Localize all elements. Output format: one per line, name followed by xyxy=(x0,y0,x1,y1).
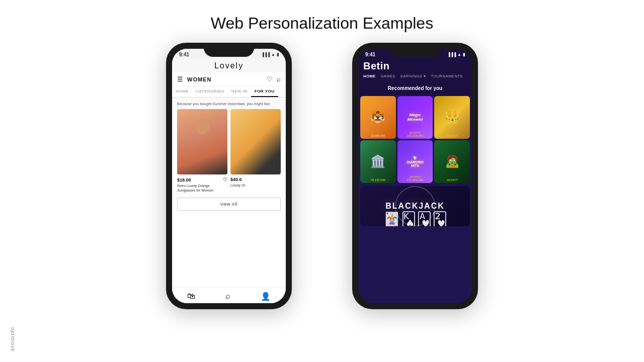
signal-icon: ▐▐▐ xyxy=(447,52,456,57)
search-icon[interactable]: ⌕ xyxy=(277,75,281,83)
egy-jackpot: JACKPOT xyxy=(434,134,470,137)
cards-display: 🃏🂮🂱🂲 xyxy=(382,211,448,226)
hamburger-icon[interactable]: ☰ xyxy=(177,75,183,83)
menu-tournaments[interactable]: TOURNAMENTS xyxy=(431,74,462,78)
menu-earnings[interactable]: EARNINGS xyxy=(400,74,426,78)
lovely-section-title: WOMEN xyxy=(187,76,211,82)
blackjack-section[interactable]: BLACKJACK 🃏🂮🂱🂲 xyxy=(360,186,470,226)
profile-icon[interactable]: 👤 xyxy=(261,292,271,301)
battery-icon: ▮ xyxy=(277,52,279,57)
battery-icon: ▮ xyxy=(463,52,465,57)
wishlist-icon[interactable]: ♡ xyxy=(267,75,273,83)
product-2-price: $40.0 xyxy=(230,177,281,182)
wifi-icon: ▲ xyxy=(271,52,275,57)
ali-jackpot: JACKPOT xyxy=(434,178,470,182)
game-magic-moment[interactable]: MagicMoment JACKPOT 160,236,000 xyxy=(397,96,433,139)
betin-logo: Betin xyxy=(363,60,467,72)
game-lucky-cat[interactable]: 🐯 23,980,000 xyxy=(360,96,396,139)
product-1-price: $18.00 ♡ xyxy=(177,177,227,183)
lovely-content: Because you bought Summer essentials, yo… xyxy=(172,98,286,287)
lovely-tabs: HOME CATEGORIES NEW IN FOR YOU xyxy=(172,86,286,98)
maya-jackpot: 78,140,000 xyxy=(360,178,396,182)
product-1-image xyxy=(177,109,227,174)
product-1[interactable]: $18.00 ♡ Retro Lovely Orange Sunglasses … xyxy=(177,109,227,193)
lovely-time: 9:41 xyxy=(179,52,189,57)
tab-categories[interactable]: CATEGORIES xyxy=(192,86,228,97)
egy-emoji: 👑 xyxy=(445,110,460,124)
tab-for-you[interactable]: FOR YOU xyxy=(251,86,278,97)
lovely-logo: Lovely xyxy=(172,58,286,72)
phone-lovely: 9:41 ▐▐▐ ▲ ▮ Lovely ☰ WOMEN xyxy=(166,43,292,309)
bag-icon[interactable]: 🛍 xyxy=(187,292,195,301)
betin-content: 🐯 23,980,000 MagicMoment J xyxy=(358,96,472,303)
signal-icon: ▐▐▐ xyxy=(261,52,270,57)
lucky-cat-jackpot: 23,980,000 xyxy=(360,134,396,137)
diamond-hits-text: 💎DIAMONDHITS xyxy=(407,156,423,167)
phones-container: 9:41 ▐▐▐ ▲ ▮ Lovely ☰ WOMEN xyxy=(0,43,644,309)
lovely-bottom-nav: 🛍 ⌕ 👤 xyxy=(172,287,286,303)
tab-new-in[interactable]: NEW IN xyxy=(228,86,251,97)
game-diamond-hits[interactable]: 💎DIAMONDHITS JACKPOT 120,880,000 xyxy=(397,140,433,183)
blackjack-title: BLACKJACK xyxy=(385,202,445,211)
search-bottom-icon[interactable]: ⌕ xyxy=(225,292,230,301)
page-title: Web Personalization Examples xyxy=(0,14,644,33)
diamond-jackpot: JACKPOT 120,880,000 xyxy=(397,175,433,182)
betin-nav-menu: HOME GAMES EARNINGS TOURNAMENTS xyxy=(363,74,467,78)
recommendation-text: Because you bought Summer essentials, yo… xyxy=(172,98,286,109)
games-grid: 🐯 23,980,000 MagicMoment J xyxy=(358,96,472,183)
betin-status-icons: ▐▐▐ ▲ ▮ xyxy=(447,52,465,57)
betin-status-bar: 9:41 ▐▐▐ ▲ ▮ xyxy=(358,49,472,58)
betin-screen: 9:41 ▐▐▐ ▲ ▮ Betin HOME GAMES EARNINGS T… xyxy=(358,49,472,303)
phone-betin: 9:41 ▐▐▐ ▲ ▮ Betin HOME GAMES EARNINGS T… xyxy=(352,43,478,309)
product-1-silhouette xyxy=(177,109,227,174)
betin-header: Betin HOME GAMES EARNINGS TOURNAMENTS xyxy=(358,58,472,81)
products-list: $18.00 ♡ Retro Lovely Orange Sunglasses … xyxy=(172,109,286,193)
lovely-status-icons: ▐▐▐ ▲ ▮ xyxy=(261,52,279,57)
product-2-image xyxy=(230,109,281,174)
ali-emoji: 🧟 xyxy=(445,154,460,168)
magic-moment-jackpot: JACKPOT 160,236,000 xyxy=(397,131,433,137)
menu-home[interactable]: HOME xyxy=(363,74,376,78)
lovely-navbar: ☰ WOMEN ♡ ⌕ xyxy=(172,72,286,86)
game-ali[interactable]: 🧟 JACKPOT xyxy=(434,140,470,183)
product-2[interactable]: $40.0 Lovely Or xyxy=(230,109,281,193)
wifi-icon: ▲ xyxy=(457,52,461,57)
product-1-wishlist-icon[interactable]: ♡ xyxy=(223,177,227,183)
optimove-watermark: optimove xyxy=(10,327,16,352)
lucky-cat-emoji: 🐯 xyxy=(370,110,385,124)
game-maya[interactable]: 🏛️ 78,140,000 xyxy=(360,140,396,183)
betin-time: 9:41 xyxy=(365,52,375,57)
lovely-screen: 9:41 ▐▐▐ ▲ ▮ Lovely ☰ WOMEN xyxy=(172,49,286,303)
tab-home[interactable]: HOME xyxy=(172,86,192,97)
product-2-name: Lovely Or xyxy=(230,183,281,188)
product-1-name: Retro Lovely Orange Sunglasses for Women xyxy=(177,184,227,193)
menu-games[interactable]: GAMES xyxy=(381,74,396,78)
view-all-button[interactable]: view All xyxy=(177,198,281,211)
betin-rec-title: Recommended for you xyxy=(358,81,472,94)
lovely-status-bar: 9:41 ▐▐▐ ▲ ▮ xyxy=(172,49,286,58)
game-egy[interactable]: 👑 JACKPOT xyxy=(434,96,470,139)
maya-emoji: 🏛️ xyxy=(370,154,385,168)
magic-moment-text: MagicMoment xyxy=(408,113,423,122)
